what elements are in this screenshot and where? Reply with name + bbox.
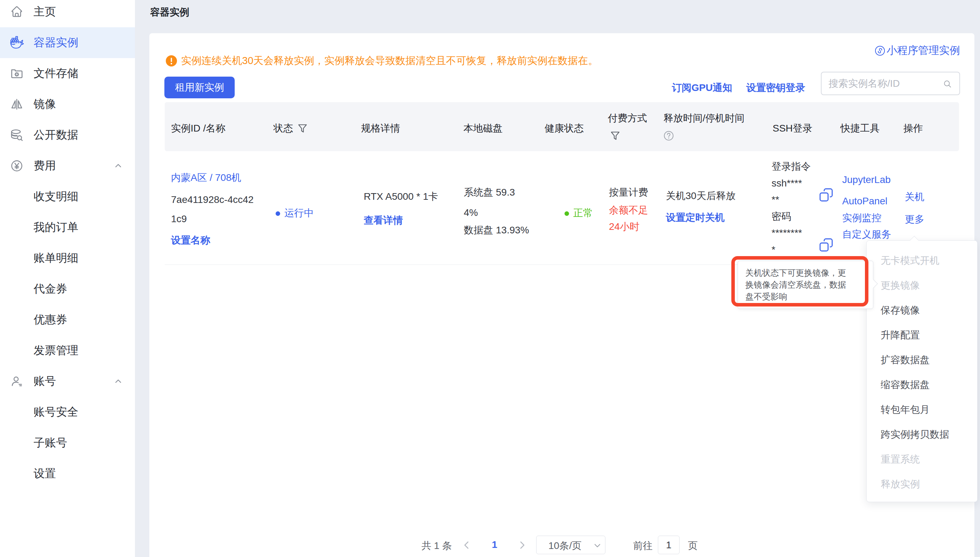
- menu-item-cross-instance-copy[interactable]: 跨实例拷贝数据: [867, 422, 977, 447]
- copy-ssh-command-icon[interactable]: [819, 188, 833, 202]
- instance-region-link[interactable]: 内蒙A区 / 708机: [171, 170, 241, 186]
- sidebar-item-my-orders[interactable]: 我的订单: [0, 212, 135, 243]
- menu-item-save-image[interactable]: 保存镜像: [867, 298, 977, 322]
- menu-item-to-subscription[interactable]: 转包年包月: [867, 397, 977, 422]
- search-input[interactable]: [829, 72, 937, 94]
- more-action-link[interactable]: 更多: [905, 212, 925, 227]
- sidebar-item-label: 账单明细: [34, 251, 78, 266]
- sidebar-menu: 主页 容器实例 文件存储 镜像 公开数据: [0, 0, 135, 489]
- chevron-up-icon[interactable]: [113, 376, 123, 386]
- sidebar-item-sub-accounts[interactable]: 子账号: [0, 428, 135, 458]
- sidebar-item-coupons[interactable]: 优惠券: [0, 305, 135, 335]
- release-info: 关机30天后释放: [666, 188, 736, 204]
- copy-password-icon[interactable]: [819, 238, 833, 252]
- prev-page-icon[interactable]: [463, 540, 470, 550]
- set-name-link[interactable]: 设置名称: [171, 233, 210, 248]
- custom-service-link[interactable]: 自定义服务: [842, 227, 891, 242]
- sidebar-item-vouchers[interactable]: 代金券: [0, 274, 135, 305]
- subscribe-gpu-link[interactable]: 订阅GPU通知: [672, 81, 732, 94]
- menu-item-expand-data-disk[interactable]: 扩容数据盘: [867, 347, 977, 372]
- sidebar-item-label: 代金券: [34, 281, 67, 297]
- sidebar-item-label: 设置: [34, 466, 56, 481]
- filter-funnel-icon[interactable]: [297, 123, 308, 134]
- column-header-spec: 规格详情: [355, 102, 457, 151]
- ssh-login-value: ssh******: [772, 175, 804, 208]
- instance-row: 内蒙A区 / 708机 7ae411928c-4cc421c9 设置名称 运行中…: [165, 153, 959, 265]
- column-header-status: 状态: [267, 102, 355, 151]
- sidebar-item-bill-details[interactable]: 账单明细: [0, 243, 135, 274]
- sidebar-item-images[interactable]: 镜像: [0, 89, 135, 120]
- sidebar-item-billing-details[interactable]: 收支明细: [0, 181, 135, 212]
- schedule-shutdown-link[interactable]: 设置定时关机: [666, 210, 725, 225]
- column-header-local-disk: 本地磁盘: [457, 102, 538, 151]
- sidebar-item-invoice-management[interactable]: 发票管理: [0, 335, 135, 366]
- instance-monitor-link[interactable]: 实例监控: [842, 210, 881, 226]
- sidebar-item-container-instances[interactable]: 容器实例: [0, 27, 135, 58]
- sidebar-item-fees[interactable]: 费用: [0, 150, 135, 181]
- home-icon: [10, 5, 24, 19]
- column-header-health: 健康状态: [538, 102, 601, 151]
- sidebar-item-settings[interactable]: 设置: [0, 458, 135, 489]
- menu-item-cardless-boot[interactable]: 无卡模式开机: [867, 248, 977, 273]
- ssh-password-label: 密码: [772, 208, 811, 225]
- chevron-up-icon[interactable]: [113, 161, 123, 171]
- column-header-tools: 快捷工具: [834, 102, 897, 151]
- instance-status: 运行中: [276, 205, 314, 221]
- sidebar-item-label: 子账号: [34, 435, 67, 451]
- menu-item-change-image[interactable]: 更换镜像: [867, 273, 977, 298]
- filter-funnel-icon[interactable]: [610, 130, 621, 141]
- pagination-total: 共 1 条: [421, 539, 452, 552]
- goto-page-input[interactable]: [658, 536, 679, 554]
- sidebar-item-label: 费用: [34, 158, 56, 174]
- column-header-instance-id: 实例ID /名称: [165, 102, 267, 151]
- menu-item-change-config[interactable]: 升降配置: [867, 322, 977, 347]
- menu-item-shrink-data-disk[interactable]: 缩容数据盘: [867, 372, 977, 397]
- rent-new-instance-button[interactable]: 租用新实例: [164, 77, 235, 98]
- mirror-icon: [10, 97, 24, 111]
- next-page-icon[interactable]: [519, 540, 526, 550]
- change-image-tooltip: 关机状态下可更换镜像，更换镜像会清空系统盘，数据盘不受影响: [738, 261, 873, 309]
- autopanel-link[interactable]: AutoPanel: [842, 194, 887, 209]
- page-title: 容器实例: [150, 6, 189, 19]
- database-search-icon: [10, 128, 24, 142]
- shutdown-action-link[interactable]: 关机: [905, 189, 925, 205]
- warning-banner: 实例连续关机30天会释放实例，实例释放会导致数据清空且不可恢复，释放前实例在数据…: [166, 54, 598, 68]
- sidebar-item-public-data[interactable]: 公开数据: [0, 120, 135, 150]
- billing-mode: 按量计费: [609, 185, 648, 200]
- column-header-billing: 付费方式: [601, 102, 657, 151]
- page-number-1[interactable]: 1: [486, 539, 503, 550]
- billing-warning: 余额不足24小时: [609, 202, 651, 235]
- sidebar-item-label: 镜像: [34, 96, 56, 112]
- ssh-login-label: 登录指令: [772, 158, 811, 175]
- user-icon: [10, 375, 24, 388]
- sidebar-item-file-storage[interactable]: 文件存储: [0, 58, 135, 89]
- chevron-down-icon: [593, 541, 601, 550]
- ssh-key-login-link[interactable]: 设置密钥登录: [746, 81, 805, 94]
- menu-item-reset-system[interactable]: 重置系统: [867, 447, 977, 472]
- instance-spec: RTX A5000 * 1卡: [364, 189, 438, 204]
- ssh-login-block: 登录指令 ssh****** 密码 *********: [772, 158, 811, 258]
- sidebar-item-label: 发票管理: [34, 343, 78, 358]
- sidebar-item-label: 我的订单: [34, 220, 78, 235]
- menu-item-release-instance[interactable]: 释放实例: [867, 472, 977, 497]
- table-header: 实例ID /名称 状态 规格详情 本地磁盘 健康状态 付费方式 释放时间/停机时…: [165, 102, 959, 151]
- sidebar-item-account[interactable]: 账号: [0, 366, 135, 397]
- page-size-select[interactable]: 10条/页: [536, 536, 605, 554]
- column-header-release-time: 释放时间/停机时间: [657, 102, 766, 151]
- jupyterlab-link[interactable]: JupyterLab: [842, 172, 891, 187]
- miniprogram-manage-link[interactable]: 小程序管理实例: [875, 43, 960, 58]
- search-icon[interactable]: [943, 80, 952, 88]
- disk-system-usage: 系统盘 59.34%: [464, 182, 518, 223]
- ssh-password-value: *********: [772, 225, 804, 258]
- pagination: 共 1 条 1 10条/页 前往 页: [150, 536, 974, 554]
- column-header-ssh: SSH登录: [766, 102, 834, 151]
- page-size-value: 10条/页: [548, 539, 582, 552]
- sidebar-item-account-security[interactable]: 账号安全: [0, 397, 135, 428]
- yuan-circle-icon: [10, 159, 24, 173]
- health-dot: [564, 211, 569, 216]
- instance-health: 正常: [564, 205, 593, 221]
- column-header-actions: 操作: [897, 102, 959, 151]
- sidebar-item-home[interactable]: 主页: [0, 0, 135, 27]
- spec-detail-link[interactable]: 查看详情: [364, 213, 403, 228]
- question-circle-icon[interactable]: [663, 130, 674, 141]
